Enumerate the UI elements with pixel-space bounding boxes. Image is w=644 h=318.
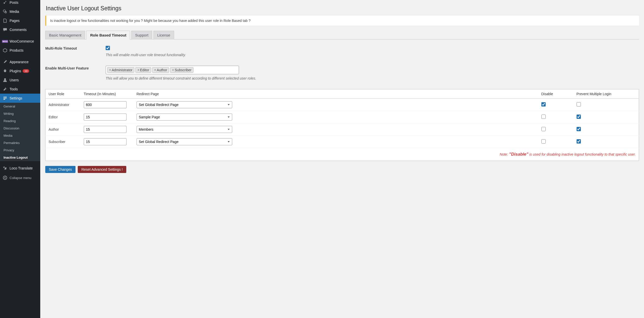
collapse-label: Collapse menu: [10, 176, 31, 180]
main-content: Inactive User Logout Settings Is inactiv…: [40, 0, 644, 318]
enable-feature-desc: This will allow you to define different …: [106, 76, 639, 80]
brush-icon: [3, 59, 8, 64]
cell-role: Editor: [46, 111, 81, 123]
th-role: User Role: [46, 89, 81, 99]
disable-checkbox[interactable]: [541, 127, 546, 131]
tag-editor: ×Editor: [135, 67, 151, 73]
woo-icon: WOO: [3, 39, 8, 44]
tag-remove-icon[interactable]: ×: [137, 68, 139, 72]
sidebar-item-pages[interactable]: Pages: [0, 16, 40, 25]
th-prevent: Prevent Multiple Login: [574, 89, 639, 99]
products-icon: [3, 48, 8, 53]
sidebar-item-tools[interactable]: Tools: [0, 85, 40, 94]
settings-icon: [3, 96, 8, 101]
sidebar-item-posts[interactable]: Posts: [0, 0, 40, 7]
table-row: Author Members: [46, 123, 639, 136]
comment-icon: [3, 27, 8, 32]
sidebar-item-products[interactable]: Products: [0, 46, 40, 55]
sidebar-label: Users: [10, 78, 19, 82]
tag-remove-icon[interactable]: ×: [154, 68, 156, 72]
wrench-icon: [3, 87, 8, 92]
tab-license[interactable]: License: [153, 31, 174, 40]
plugins-badge: 10: [23, 69, 29, 73]
redirect-select[interactable]: Members: [137, 126, 232, 133]
sidebar-item-appearance[interactable]: Appearance: [0, 57, 40, 66]
timeout-input[interactable]: [84, 114, 127, 121]
th-redirect: Redirect Page: [134, 89, 538, 99]
prevent-checkbox[interactable]: [577, 139, 581, 144]
cell-role: Subscriber: [46, 136, 81, 148]
sidebar-item-settings[interactable]: Settings: [0, 94, 40, 103]
multi-role-checkbox[interactable]: [106, 46, 110, 50]
timeout-input[interactable]: [84, 138, 127, 145]
sidebar-label: WooCommerce: [10, 39, 34, 43]
sidebar-item-users[interactable]: Users: [0, 76, 40, 85]
sub-discussion[interactable]: Discussion: [0, 125, 40, 132]
page-title: Inactive User Logout Settings: [46, 5, 639, 12]
sub-privacy[interactable]: Privacy: [0, 147, 40, 154]
disable-note: Note: "Disable" is used for disabling in…: [46, 148, 639, 161]
tab-support[interactable]: Support: [131, 31, 152, 40]
sidebar-label: Tools: [10, 87, 18, 91]
sub-inactive-logout[interactable]: Inactive Logout: [0, 154, 40, 161]
sub-writing[interactable]: Writing: [0, 110, 40, 117]
table-row: Editor Sample Page: [46, 111, 639, 123]
settings-submenu: General Writing Reading Discussion Media…: [0, 103, 40, 161]
sidebar-item-media[interactable]: Media: [0, 7, 40, 16]
redirect-select[interactable]: Sample Page: [137, 114, 232, 121]
sidebar-label: Appearance: [10, 60, 29, 64]
sidebar-item-plugins[interactable]: Plugins 10: [0, 66, 40, 76]
sidebar-label: Loco Translate: [10, 166, 33, 170]
sidebar-label: Plugins: [10, 69, 21, 73]
tab-basic[interactable]: Basic Management: [45, 31, 85, 40]
sidebar-label: Comments: [10, 28, 27, 32]
tab-role-based[interactable]: Role Based Timeout: [86, 31, 130, 40]
redirect-select[interactable]: Set Global Redirect Page: [137, 138, 232, 145]
translate-icon: [3, 166, 8, 171]
timeout-input[interactable]: [84, 101, 127, 108]
tag-remove-icon[interactable]: ×: [109, 68, 111, 72]
disable-checkbox[interactable]: [541, 102, 546, 107]
reset-button[interactable]: Reset Advanced Settings !: [78, 166, 126, 173]
table-row: Subscriber Set Global Redirect Page: [46, 136, 639, 148]
disable-checkbox[interactable]: [541, 139, 546, 144]
sub-permalinks[interactable]: Permalinks: [0, 139, 40, 147]
sub-reading[interactable]: Reading: [0, 117, 40, 125]
sidebar-item-loco[interactable]: Loco Translate: [0, 164, 40, 173]
sidebar-item-comments[interactable]: Comments: [0, 25, 40, 34]
tag-author: ×Author: [152, 67, 169, 73]
sidebar-label: Products: [10, 48, 23, 52]
svg-point-4: [3, 176, 7, 180]
pin-icon: [3, 0, 8, 5]
prevent-checkbox[interactable]: [577, 115, 581, 119]
prevent-checkbox[interactable]: [577, 127, 581, 131]
disable-checkbox[interactable]: [541, 115, 546, 119]
tag-administrator: ×Administrator: [107, 67, 134, 73]
sidebar-label: Posts: [10, 1, 18, 5]
sidebar-label: Pages: [10, 19, 20, 23]
sidebar-item-woocommerce[interactable]: WOO WooCommerce: [0, 37, 40, 46]
warning-notice: Is inactive logout or few functionalitie…: [45, 16, 639, 26]
save-button[interactable]: Save Changes: [45, 166, 75, 173]
timeout-input[interactable]: [84, 126, 127, 133]
multi-role-desc: This will enable multi-user role timeout…: [106, 53, 639, 57]
plug-icon: [3, 68, 8, 74]
cell-role: Administrator: [46, 99, 81, 111]
sub-media[interactable]: Media: [0, 132, 40, 139]
role-table: User Role Timeout (In Minutes) Redirect …: [45, 89, 639, 161]
sidebar-label: Media: [10, 10, 19, 14]
table-row: Administrator Set Global Redirect Page: [46, 99, 639, 111]
tabs: Basic Management Role Based Timeout Supp…: [45, 31, 639, 40]
svg-point-3: [4, 99, 5, 100]
admin-sidebar: Posts Media Pages Comments WOO WooCommer…: [0, 0, 40, 318]
user-icon: [3, 78, 8, 83]
tag-remove-icon[interactable]: ×: [172, 68, 174, 72]
prevent-checkbox[interactable]: [577, 102, 581, 107]
sub-general[interactable]: General: [0, 103, 40, 110]
collapse-menu[interactable]: Collapse menu: [0, 173, 40, 183]
tag-subscriber: ×Subscriber: [170, 67, 193, 73]
collapse-icon: [3, 175, 8, 180]
role-multiselect[interactable]: ×Administrator ×Editor ×Author ×Subscrib…: [106, 66, 239, 74]
redirect-select[interactable]: Set Global Redirect Page: [137, 101, 232, 108]
th-timeout: Timeout (In Minutes): [81, 89, 134, 99]
